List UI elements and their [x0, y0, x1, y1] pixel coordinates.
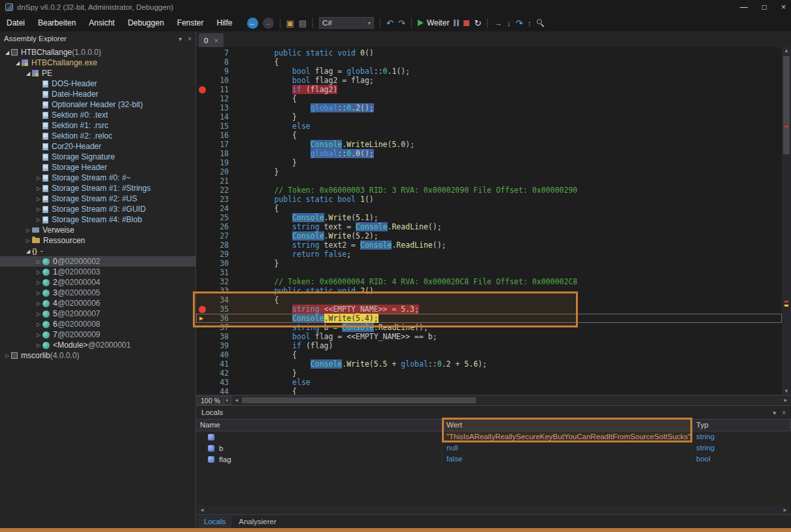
expander-closed-icon[interactable]: ▷: [35, 196, 42, 202]
expander-closed-icon[interactable]: ▷: [35, 175, 42, 181]
open-in-new-tab-button[interactable]: ▣: [286, 19, 294, 27]
expander-closed-icon[interactable]: ▷: [24, 238, 32, 244]
local-value[interactable]: "ThisIsAReallyReallySecureKeyButYouCanRe…: [443, 431, 692, 442]
breakpoint-margin[interactable]: [196, 58, 209, 67]
expander-closed-icon[interactable]: ▷: [35, 186, 42, 191]
show-next-statement-button[interactable]: →: [494, 19, 502, 27]
breakpoint-margin[interactable]: [196, 295, 209, 305]
scroll-right-icon[interactable]: ►: [783, 507, 788, 513]
breakpoint-margin[interactable]: [196, 67, 209, 76]
breakpoint-margin[interactable]: [196, 195, 209, 204]
vertical-scrollbar[interactable]: ▲ ▼: [782, 47, 791, 395]
code-editor[interactable]: 7 public static void 0()8 {9 bool flag =…: [196, 47, 791, 395]
current-statement-arrow-icon[interactable]: ▶: [196, 314, 209, 323]
tree-item-7[interactable]: ▷7 @02000009: [0, 329, 195, 340]
step-out-button[interactable]: ↑: [528, 19, 532, 27]
pause-button[interactable]: [454, 20, 459, 26]
locals-column-wert[interactable]: Wert: [443, 420, 692, 431]
tree-item-ressourcen[interactable]: ▷Ressourcen: [0, 235, 195, 246]
locals-row-flag[interactable]: flagfalsebool: [196, 454, 791, 465]
zoom-level-select[interactable]: 100 %: [197, 396, 224, 405]
expander-closed-icon[interactable]: ▷: [35, 259, 42, 265]
breakpoint-icon[interactable]: [196, 305, 209, 314]
breakpoint-margin[interactable]: [196, 323, 209, 332]
continue-button[interactable]: Weiter: [418, 18, 449, 27]
breakpoint-margin[interactable]: [196, 387, 209, 395]
breakpoint-margin[interactable]: [196, 286, 209, 295]
maximize-button[interactable]: □: [762, 3, 767, 12]
scroll-left-icon[interactable]: ◄: [234, 397, 239, 403]
tree-item-datei-header[interactable]: Datei-Header: [0, 89, 195, 99]
close-icon[interactable]: ×: [188, 35, 192, 42]
bottom-tab-locals[interactable]: Locals: [198, 516, 231, 528]
step-into-button[interactable]: ↓: [507, 19, 511, 27]
scroll-down-icon[interactable]: ▼: [784, 388, 789, 394]
chevron-down-icon[interactable]: ▾: [224, 396, 231, 405]
close-icon[interactable]: ×: [214, 37, 218, 44]
navigate-back-button[interactable]: ←: [247, 18, 258, 29]
locals-row-b[interactable]: bnullstring: [196, 442, 791, 454]
language-select[interactable]: C# ▾: [319, 17, 374, 29]
scrollbar-thumb[interactable]: [783, 56, 790, 154]
tree-item-verweise[interactable]: ▷Verweise: [0, 225, 195, 235]
expander-closed-icon[interactable]: ▷: [35, 342, 42, 348]
breakpoint-margin[interactable]: [196, 277, 209, 286]
tree-item-storage-stream-2-us[interactable]: ▷Storage Stream #2: #US: [0, 193, 195, 204]
minimize-button[interactable]: —: [740, 3, 748, 12]
expander-closed-icon[interactable]: ▷: [3, 353, 11, 359]
step-over-button[interactable]: ↷: [516, 19, 523, 27]
breakpoint-margin[interactable]: [196, 222, 209, 231]
breakpoint-margin[interactable]: [196, 359, 209, 369]
breakpoint-margin[interactable]: [196, 241, 209, 250]
breakpoint-icon[interactable]: [196, 85, 209, 94]
horizontal-scrollbar[interactable]: ◄ ►: [198, 506, 789, 514]
open-in-new-window-button[interactable]: ▤: [299, 19, 307, 27]
breakpoint-margin[interactable]: [196, 94, 209, 103]
tree-item-htbchallange-exe[interactable]: ◢HTBChallange.exe: [0, 58, 195, 68]
tree-item-5[interactable]: ▷5 @02000007: [0, 308, 195, 319]
expander-closed-icon[interactable]: ▷: [35, 290, 42, 296]
breakpoint-margin[interactable]: [196, 140, 209, 149]
scroll-right-icon[interactable]: ►: [783, 397, 788, 403]
tree-item-storage-stream-3-guid[interactable]: ▷Storage Stream #3: #GUID: [0, 204, 195, 214]
tree-item-cor20-header[interactable]: Cor20-Header: [0, 141, 195, 152]
breakpoint-margin[interactable]: [196, 122, 209, 131]
locals-column-typ[interactable]: Typ: [692, 420, 791, 431]
expander-open-icon[interactable]: ◢: [3, 50, 11, 56]
breakpoint-margin[interactable]: [196, 268, 209, 277]
undo-button[interactable]: ↶: [386, 19, 394, 27]
tree-item-6[interactable]: ▷6 @02000008: [0, 319, 195, 329]
expander-closed-icon[interactable]: ▷: [35, 269, 42, 275]
tree-item-storage-stream-1-strings[interactable]: ▷Storage Stream #1: #Strings: [0, 183, 195, 193]
horizontal-scrollbar[interactable]: ◄ ►: [233, 396, 790, 405]
expander-closed-icon[interactable]: ▷: [35, 301, 42, 307]
tree-item-storage-stream-0[interactable]: ▷Storage Stream #0: #~: [0, 173, 195, 183]
chevron-down-icon[interactable]: ▾: [773, 409, 776, 416]
navigate-forward-button[interactable]: →: [263, 18, 274, 29]
menu-fenster[interactable]: Fenster: [171, 14, 210, 31]
menu-ansicht[interactable]: Ansicht: [82, 14, 121, 31]
tree-item-dos-header[interactable]: DOS-Header: [0, 78, 195, 89]
breakpoint-margin[interactable]: [196, 167, 209, 176]
breakpoint-margin[interactable]: [196, 112, 209, 122]
stop-button[interactable]: [463, 20, 469, 26]
tree-item-storage-stream-4-blob[interactable]: ▷Storage Stream #4: #Blob: [0, 214, 195, 225]
breakpoint-margin[interactable]: [196, 149, 209, 158]
breakpoint-margin[interactable]: [196, 204, 209, 213]
tree-item-storage-signature[interactable]: Storage Signature: [0, 152, 195, 162]
menu-debuggen[interactable]: Debuggen: [121, 14, 170, 31]
scrollbar-thumb[interactable]: [242, 397, 476, 403]
breakpoint-margin[interactable]: [196, 103, 209, 112]
breakpoint-margin[interactable]: [196, 350, 209, 359]
close-icon[interactable]: ×: [782, 409, 786, 416]
menu-datei[interactable]: Datei: [0, 14, 31, 31]
tree-item-sektion-2-reloc[interactable]: Sektion #2: .reloc: [0, 131, 195, 141]
expander-open-icon[interactable]: ◢: [24, 71, 32, 76]
menu-bearbeiten[interactable]: Bearbeiten: [31, 14, 82, 31]
close-button[interactable]: ×: [781, 3, 786, 12]
local-value[interactable]: null: [443, 442, 692, 454]
chevron-down-icon[interactable]: ▾: [178, 35, 182, 42]
tree-item-optionaler-header-32-bit[interactable]: Optionaler Header (32-bit): [0, 99, 195, 110]
tree-item-sektion-0-text[interactable]: Sektion #0: .text: [0, 110, 195, 120]
expander-closed-icon[interactable]: ▷: [35, 322, 42, 327]
